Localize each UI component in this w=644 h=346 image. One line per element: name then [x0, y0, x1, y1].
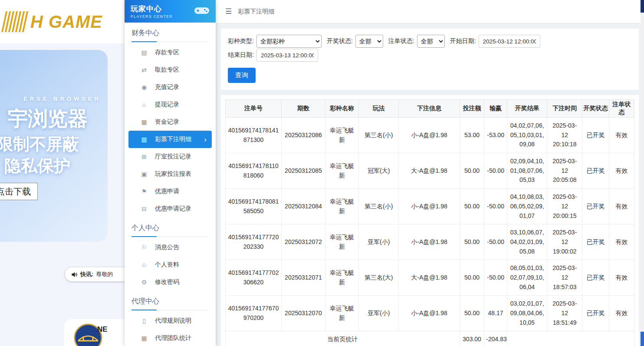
- sidebar-item-label: 资金记录: [155, 118, 179, 126]
- sidebar-item[interactable]: ▦资金记录: [128, 113, 212, 131]
- sidebar-item[interactable]: ⇄取款专区: [128, 61, 212, 79]
- column-header: 玩法: [359, 100, 399, 118]
- cell-lottery: 幸运飞艇新: [325, 118, 358, 153]
- lottery-type-select[interactable]: 全部彩种: [256, 35, 322, 48]
- cell-time: 2025-03-12 20:10:18: [547, 118, 582, 153]
- menu-toggle-icon[interactable]: ☰: [225, 7, 232, 16]
- end-date-filter: 结束日期:: [228, 49, 318, 62]
- sidebar-item[interactable]: ▥彩票下注明细›: [128, 131, 212, 148]
- sidebar-item[interactable]: ☺个人资料: [128, 256, 212, 274]
- cell-amount: 50.00: [460, 260, 484, 296]
- cell-result: 08,05,01,03,02,07,09,10,06,04: [507, 260, 547, 296]
- column-header: 开奖结果: [507, 100, 547, 118]
- end-date-input[interactable]: [256, 49, 318, 62]
- promo-apply-record-icon: ⊟: [140, 205, 148, 212]
- scrollbar-top-thumb[interactable]: [641, 0, 644, 13]
- filter-row: 彩种类型: 全部彩种 开奖状态: 全部 注单状态:: [228, 35, 632, 63]
- cell-result: 04,10,08,03,06,05,02,09,01,07: [507, 189, 547, 224]
- cell-info: 小-A盘@1.98: [399, 118, 460, 153]
- sidebar-item[interactable]: ⚑优惠申请: [128, 183, 212, 200]
- cell-time: 2025-03-12 18:51:49: [547, 296, 582, 331]
- column-header: 下注时间: [547, 100, 582, 118]
- cell-bet-status: 有效: [609, 296, 634, 331]
- summary-winloss: -204.83: [484, 331, 507, 346]
- sidebar-title: 玩家中心: [131, 4, 173, 14]
- download-button[interactable]: 点击下载: [0, 183, 38, 200]
- sidebar-item-label: 提现记录: [155, 101, 179, 109]
- page: H GAME ERSE BROWSER 宇浏览器 限制不屏蔽 隐私保护 点击下载…: [0, 0, 644, 346]
- promo-headline-2: 限制不屏蔽: [0, 133, 79, 155]
- deposit-icon: ▤: [140, 49, 148, 56]
- table-row: 40156917417770230662020250312071幸运飞艇新第三名…: [226, 260, 634, 296]
- lottery-type-label: 彩种类型:: [228, 37, 254, 45]
- table-row: 40156917417811081806020250312085幸运飞艇新冠军(…: [226, 153, 634, 189]
- cell-winloss: -50.00: [484, 260, 507, 296]
- table-row: 40156917417767097020020250312070幸运飞艇新亚军(…: [226, 296, 634, 331]
- cell-period: 20250312084: [282, 189, 325, 224]
- cell-period: 20250312085: [282, 153, 325, 189]
- cell-winloss: 48.17: [484, 296, 507, 331]
- content: 彩种类型: 全部彩种 开奖状态: 全部 注单状态:: [216, 23, 644, 346]
- background-site-header: H GAME: [0, 0, 125, 43]
- sidebar-item[interactable]: ⚙修改密码: [128, 274, 212, 291]
- bets-table: 注单号期数彩种名称玩法下注信息投注额输赢开奖结果下注时间开奖状态注单状态 401…: [225, 99, 634, 346]
- cell-bet-no: 401569174178081585050: [226, 189, 282, 224]
- sidebar-header: 玩家中心 PLAYERS CENTER: [125, 0, 216, 23]
- scrollbar-bottom-thumb[interactable]: [641, 332, 644, 346]
- summary-amount: 303.00: [460, 331, 484, 346]
- cell-bet-no: 401569174177720202330: [226, 224, 282, 260]
- lottery-type-filter: 彩种类型: 全部彩种: [228, 35, 322, 48]
- cell-lottery: 幸运飞艇新: [325, 296, 358, 331]
- summary-empty: [507, 331, 634, 346]
- sidebar-item[interactable]: ⊞厅室投注记录: [128, 148, 212, 165]
- speaker-icon: [71, 271, 78, 278]
- bet-status-select[interactable]: 全部: [417, 35, 445, 48]
- summary-label: 当前页统计: [226, 331, 460, 346]
- cell-winloss: -50.00: [484, 153, 507, 189]
- ticker-text: 尊敬的: [96, 270, 113, 278]
- sidebar-item-label: 充值记录: [155, 83, 179, 91]
- lottery-bet-detail-icon: ▥: [140, 136, 148, 143]
- cell-period: 20250312086: [282, 118, 325, 153]
- cell-lottery: 幸运飞艇新: [325, 189, 358, 224]
- cell-draw-status: 已开奖: [582, 189, 609, 224]
- sidebar-item[interactable]: ◉充值记录: [128, 79, 212, 96]
- start-date-filter: 开始日期:: [450, 35, 540, 48]
- cell-bet-no: 401569174178110818060: [226, 153, 282, 189]
- cell-winloss: -53.00: [484, 118, 507, 153]
- sidebar-item-label: 厅室投注记录: [155, 153, 191, 161]
- draw-status-select[interactable]: 全部: [355, 35, 383, 48]
- sidebar-item[interactable]: ⚐消息公告: [128, 239, 212, 256]
- sidebar-item-label: 玩家投注报表: [155, 170, 191, 178]
- cell-time: 2025-03-12 18:57:03: [547, 260, 582, 296]
- scrollbar[interactable]: [641, 0, 644, 346]
- password-gear-icon: ⚙: [140, 279, 148, 286]
- cell-bet-no: 401569174177670970200: [226, 296, 282, 331]
- agent-team-stats-icon: ▦: [140, 335, 148, 342]
- cell-play: 第三名(小): [359, 118, 399, 153]
- cell-lottery: 幸运飞艇新: [325, 260, 358, 296]
- sidebar-item[interactable]: ▣玩家投注报表: [128, 165, 212, 183]
- sidebar-item[interactable]: ⊟优惠申请记录: [128, 200, 212, 217]
- sidebar-item[interactable]: ▤存款专区: [128, 44, 212, 61]
- sidebar-item[interactable]: ▦代理团队统计: [128, 330, 212, 346]
- cell-period: 20250312070: [282, 296, 325, 331]
- sidebar-item[interactable]: ▯代理规则说明: [128, 312, 212, 330]
- sidebar-item[interactable]: ⌂提现记录: [128, 96, 212, 113]
- logo-text: H GAME: [30, 12, 102, 32]
- start-date-input[interactable]: [479, 35, 540, 48]
- sidebar-nav: 财务中心▤存款专区⇄取款专区◉充值记录⌂提现记录▦资金记录▥彩票下注明细›⊞厅室…: [125, 29, 216, 346]
- cell-bet-status: 有效: [609, 118, 634, 153]
- draw-status-label: 开奖状态:: [327, 37, 353, 45]
- withdraw-record-icon: ⌂: [140, 101, 148, 108]
- sidebar-header-titles: 玩家中心 PLAYERS CENTER: [131, 4, 173, 19]
- sidebar-section-title: 代理中心: [131, 297, 209, 310]
- cell-play: 亚军(小): [359, 224, 399, 260]
- query-button[interactable]: 查询: [228, 68, 256, 83]
- cell-bet-status: 有效: [609, 224, 634, 260]
- cell-amount: 50.00: [460, 296, 484, 331]
- ticker-label: 快讯:: [80, 270, 93, 278]
- sidebar-section-title: 财务中心: [131, 29, 209, 42]
- cell-info: 小-A盘@1.98: [399, 296, 460, 331]
- promo-subtitle: ERSE BROWSER: [23, 96, 101, 102]
